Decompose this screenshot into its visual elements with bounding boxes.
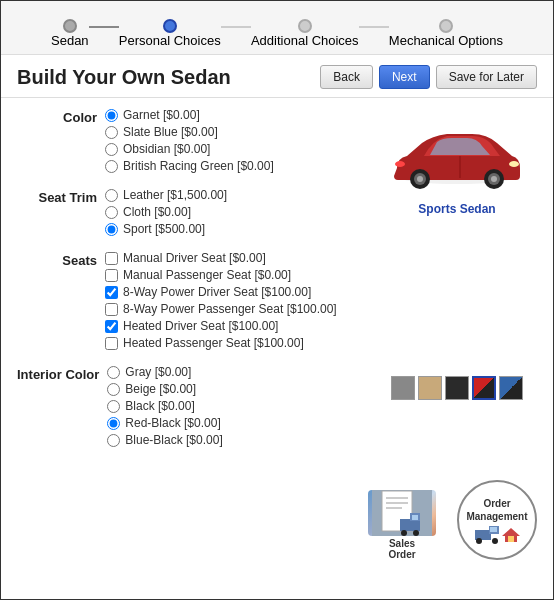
seats-check-heated-passenger[interactable]: [105, 337, 118, 350]
color-label: Color: [17, 108, 97, 176]
save-for-later-button[interactable]: Save for Later: [436, 65, 537, 89]
seats-check-8way-driver[interactable]: [105, 286, 118, 299]
main-content: Color Garnet [$0.00] Slate Blue [$0.00] …: [1, 98, 553, 472]
color-option-garnet[interactable]: Garnet [$0.00]: [105, 108, 367, 122]
header-buttons: Back Next Save for Later: [320, 65, 537, 89]
sales-order-label: SalesOrder: [388, 538, 415, 560]
seats-check-manual-driver[interactable]: [105, 252, 118, 265]
bottom-area: SalesOrder Order Management: [1, 472, 553, 568]
seats-option-8way-driver[interactable]: 8-Way Power Driver Seat [$100.00]: [105, 285, 367, 299]
color-radio-british-racing-green[interactable]: [105, 160, 118, 173]
step-sedan: Sedan: [51, 19, 89, 48]
svg-rect-17: [412, 515, 418, 520]
svg-point-9: [395, 161, 405, 167]
seat-trim-option-leather[interactable]: Leather [$1,500.00]: [105, 188, 367, 202]
order-mgmt-icons: [475, 526, 520, 544]
interior-radio-black[interactable]: [107, 400, 120, 413]
color-option-slate-blue[interactable]: Slate Blue [$0.00]: [105, 125, 367, 139]
order-management-label: Order Management: [459, 497, 535, 523]
seats-section: Seats Manual Driver Seat [$0.00] Manual …: [17, 251, 367, 353]
swatch-beige[interactable]: [418, 376, 442, 400]
swatch-red-black[interactable]: [472, 376, 496, 400]
truck-icon: [475, 526, 499, 544]
color-radio-obsidian[interactable]: [105, 143, 118, 156]
sales-order-icon[interactable]: SalesOrder: [367, 490, 437, 560]
svg-point-8: [509, 161, 519, 167]
seat-trim-label: Seat Trim: [17, 188, 97, 239]
interior-color-option-beige[interactable]: Beige [$0.00]: [107, 382, 367, 396]
interior-color-swatches: [391, 376, 523, 400]
swatch-gray[interactable]: [391, 376, 415, 400]
interior-color-label: Interior Color: [17, 365, 99, 450]
page-title: Build Your Own Sedan: [17, 66, 231, 89]
seat-trim-options: Leather [$1,500.00] Cloth [$0.00] Sport …: [105, 188, 367, 239]
color-options: Garnet [$0.00] Slate Blue [$0.00] Obsidi…: [105, 108, 367, 176]
seats-option-8way-passenger[interactable]: 8-Way Power Passenger Seat [$100.00]: [105, 302, 367, 316]
interior-radio-red-black[interactable]: [107, 417, 120, 430]
order-management-icon[interactable]: Order Management: [457, 480, 537, 560]
seat-trim-option-cloth[interactable]: Cloth [$0.00]: [105, 205, 367, 219]
form-area: Color Garnet [$0.00] Slate Blue [$0.00] …: [17, 108, 367, 462]
interior-color-option-blue-black[interactable]: Blue-Black [$0.00]: [107, 433, 367, 447]
seats-check-manual-passenger[interactable]: [105, 269, 118, 282]
sales-order-bg: [368, 490, 436, 536]
interior-color-option-black[interactable]: Black [$0.00]: [107, 399, 367, 413]
color-option-british-racing-green[interactable]: British Racing Green [$0.00]: [105, 159, 367, 173]
progress-bar: Sedan Personal Choices Additional Choice…: [1, 1, 553, 55]
interior-color-option-gray[interactable]: Gray [$0.00]: [107, 365, 367, 379]
seat-trim-radio-leather[interactable]: [105, 189, 118, 202]
seat-trim-radio-cloth[interactable]: [105, 206, 118, 219]
seats-option-manual-passenger[interactable]: Manual Passenger Seat [$0.00]: [105, 268, 367, 282]
svg-rect-14: [386, 507, 402, 509]
color-radio-slate-blue[interactable]: [105, 126, 118, 139]
swatch-blue-black[interactable]: [499, 376, 523, 400]
svg-rect-26: [508, 536, 514, 542]
interior-color-section: Interior Color Gray [$0.00] Beige [$0.00…: [17, 365, 367, 450]
svg-point-24: [492, 538, 498, 544]
page-header: Build Your Own Sedan Back Next Save for …: [1, 55, 553, 98]
interior-radio-blue-black[interactable]: [107, 434, 120, 447]
color-section: Color Garnet [$0.00] Slate Blue [$0.00] …: [17, 108, 367, 176]
seats-label: Seats: [17, 251, 97, 353]
sales-order-image: [372, 490, 432, 536]
svg-rect-13: [386, 502, 408, 504]
seats-option-heated-driver[interactable]: Heated Driver Seat [$100.00]: [105, 319, 367, 333]
car-image: [382, 108, 532, 198]
svg-point-18: [401, 530, 407, 536]
interior-radio-gray[interactable]: [107, 366, 120, 379]
step-additional-choices: Additional Choices: [251, 19, 359, 48]
color-option-obsidian[interactable]: Obsidian [$0.00]: [105, 142, 367, 156]
house-icon: [502, 526, 520, 544]
svg-point-23: [476, 538, 482, 544]
swatch-black[interactable]: [445, 376, 469, 400]
interior-radio-beige[interactable]: [107, 383, 120, 396]
svg-point-19: [413, 530, 419, 536]
seats-option-manual-driver[interactable]: Manual Driver Seat [$0.00]: [105, 251, 367, 265]
svg-point-4: [417, 176, 423, 182]
seats-option-heated-passenger[interactable]: Heated Passenger Seat [$100.00]: [105, 336, 367, 350]
car-label: Sports Sedan: [418, 202, 495, 216]
svg-rect-22: [490, 527, 497, 532]
seat-trim-radio-sport[interactable]: [105, 223, 118, 236]
back-button[interactable]: Back: [320, 65, 373, 89]
seat-trim-section: Seat Trim Leather [$1,500.00] Cloth [$0.…: [17, 188, 367, 239]
step-personal-choices: Personal Choices: [119, 19, 221, 48]
seat-trim-option-sport[interactable]: Sport [$500.00]: [105, 222, 367, 236]
seats-options: Manual Driver Seat [$0.00] Manual Passen…: [105, 251, 367, 353]
next-button[interactable]: Next: [379, 65, 430, 89]
svg-point-7: [491, 176, 497, 182]
svg-rect-12: [386, 497, 408, 499]
color-radio-garnet[interactable]: [105, 109, 118, 122]
interior-color-option-red-black[interactable]: Red-Black [$0.00]: [107, 416, 367, 430]
seats-check-8way-passenger[interactable]: [105, 303, 118, 316]
interior-color-options: Gray [$0.00] Beige [$0.00] Black [$0.00]…: [107, 365, 367, 450]
step-mechanical-options: Mechanical Options: [389, 19, 503, 48]
car-image-area: Sports Sedan: [377, 108, 537, 462]
seats-check-heated-driver[interactable]: [105, 320, 118, 333]
